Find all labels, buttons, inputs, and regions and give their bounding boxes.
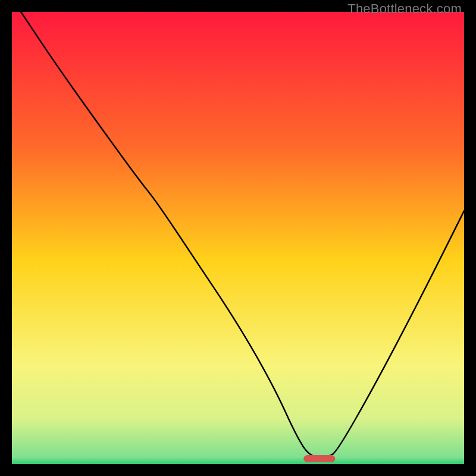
optimal-marker: [303, 455, 335, 462]
gradient-background: [12, 12, 464, 464]
watermark-text: TheBottleneck.com: [347, 1, 462, 17]
bottleneck-chart: [12, 12, 464, 464]
chart-frame: [12, 12, 464, 464]
